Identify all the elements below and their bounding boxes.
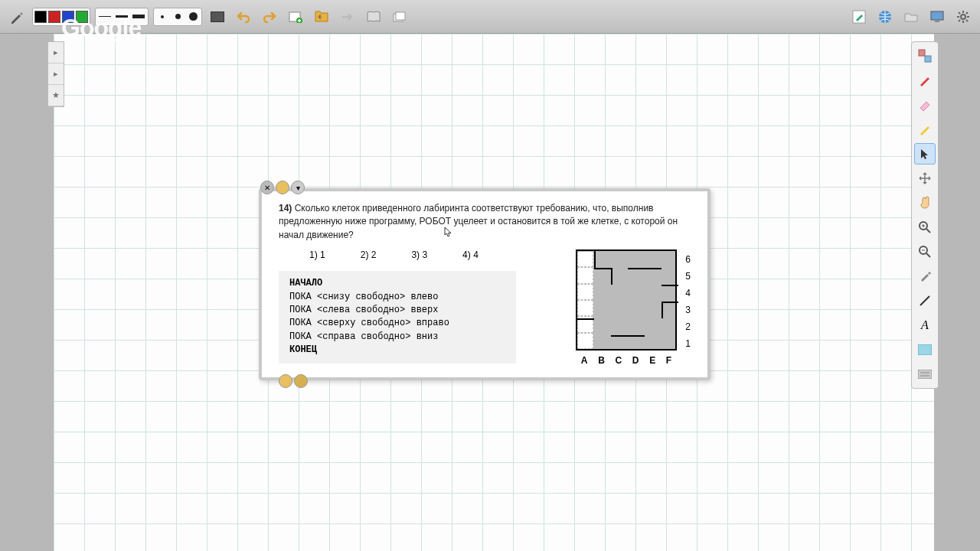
bubble-b-icon[interactable] <box>294 374 308 388</box>
new-page-icon[interactable] <box>285 6 306 28</box>
maze-diagram <box>576 249 677 350</box>
answer-4: 4) 4 <box>462 249 479 260</box>
eyedrop-icon[interactable] <box>914 266 936 287</box>
task-body: 14) Сколько клеток приведенного лабиринт… <box>262 191 707 377</box>
answer-2: 2) 2 <box>361 249 377 260</box>
line-thick[interactable] <box>131 11 146 23</box>
left-item-1[interactable]: ▸ <box>48 42 64 64</box>
svg-line-16 <box>966 20 968 21</box>
code-block: НАЧАЛО ПОКА <снизу свободно> влево ПОКА … <box>279 271 516 363</box>
grid-icon[interactable] <box>207 6 228 28</box>
bubble-a-icon[interactable] <box>279 374 292 388</box>
cards-icon[interactable] <box>389 6 410 28</box>
pointer-icon[interactable] <box>914 143 936 165</box>
svg-rect-19 <box>919 50 925 56</box>
svg-line-18 <box>959 20 960 21</box>
answer-3: 3) 3 <box>411 249 427 260</box>
dot-size-palette <box>153 8 202 26</box>
color-red[interactable] <box>48 11 60 23</box>
hand-icon[interactable] <box>914 192 936 214</box>
svg-rect-5 <box>396 12 405 20</box>
marker-yellow-icon[interactable] <box>914 119 936 140</box>
answer-1: 1) 1 <box>309 249 325 260</box>
dot-md[interactable] <box>171 11 185 23</box>
monitor-icon[interactable] <box>926 6 948 28</box>
maze-col-labels: A B C D E F <box>576 355 677 366</box>
pin-icon[interactable] <box>276 181 289 194</box>
close-icon[interactable]: ✕ <box>260 181 274 194</box>
line-thin[interactable] <box>97 11 113 23</box>
color-blue[interactable] <box>62 11 74 23</box>
fill-icon[interactable] <box>914 45 936 67</box>
note-icon[interactable] <box>914 339 936 360</box>
left-mini-palette: ▸ ▸ ★ <box>47 41 64 107</box>
dot-lg[interactable] <box>186 11 200 23</box>
svg-line-22 <box>926 229 930 233</box>
eraser-icon[interactable] <box>914 94 936 116</box>
svg-rect-8 <box>931 11 943 20</box>
top-toolbar <box>0 0 980 34</box>
svg-line-28 <box>920 296 929 305</box>
right-tool-palette: A <box>911 41 939 389</box>
line-med[interactable] <box>114 11 129 23</box>
zoom-in-icon[interactable] <box>914 217 936 238</box>
edit-icon[interactable] <box>848 6 870 28</box>
dot-sm[interactable] <box>155 11 169 23</box>
maze-row-labels: 6 5 4 3 2 1 <box>685 251 691 352</box>
globe-icon[interactable] <box>874 6 896 28</box>
folder-back-icon[interactable] <box>311 6 332 28</box>
svg-rect-9 <box>935 21 939 22</box>
svg-line-15 <box>959 12 960 14</box>
pen-icon[interactable] <box>6 6 28 28</box>
svg-rect-30 <box>918 370 932 379</box>
chevron-down-icon[interactable]: ▾ <box>291 181 305 194</box>
svg-rect-1 <box>211 12 224 21</box>
svg-line-17 <box>966 12 968 14</box>
undo-icon[interactable] <box>233 6 254 28</box>
question-content: Сколько клеток приведенного лабиринта со… <box>279 203 678 240</box>
color-black[interactable] <box>34 11 47 23</box>
line-icon[interactable] <box>914 290 936 311</box>
left-item-3[interactable]: ★ <box>48 85 64 106</box>
forward-icon[interactable] <box>337 6 358 28</box>
book-icon[interactable] <box>363 6 384 28</box>
svg-rect-20 <box>925 56 931 62</box>
pan-icon[interactable] <box>914 168 936 189</box>
gear-icon[interactable] <box>952 6 974 28</box>
line-width-palette <box>95 8 149 26</box>
redo-icon[interactable] <box>259 6 280 28</box>
task-window[interactable]: ✕ ▾ 14) Сколько клеток приведенного лаби… <box>259 188 710 380</box>
question-text: 14) Сколько клеток приведенного лабиринт… <box>279 202 691 242</box>
text-icon[interactable]: A <box>914 315 936 336</box>
color-palette <box>32 8 90 26</box>
question-number: 14) <box>279 203 292 214</box>
svg-rect-29 <box>918 344 932 355</box>
svg-point-10 <box>961 15 965 19</box>
svg-line-26 <box>926 253 930 257</box>
color-green[interactable] <box>76 11 88 23</box>
marker-red-icon[interactable] <box>914 70 936 91</box>
keyboard-icon[interactable] <box>914 364 936 385</box>
zoom-out-icon[interactable] <box>914 241 936 262</box>
folder-icon[interactable] <box>900 6 922 28</box>
left-item-2[interactable]: ▸ <box>48 64 64 85</box>
